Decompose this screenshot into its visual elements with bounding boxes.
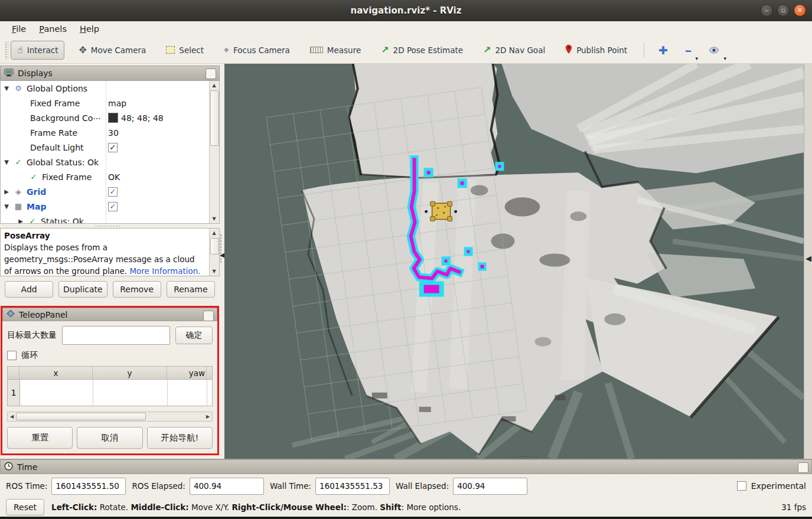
start-navigation-button[interactable]: 开始导航! xyxy=(147,427,213,449)
add-tool-button[interactable]: ✚ xyxy=(653,41,674,59)
minimize-button[interactable]: ‒ xyxy=(761,4,773,17)
table-row[interactable]: 1 xyxy=(8,380,212,406)
table-cell[interactable] xyxy=(20,380,93,406)
main-splitter[interactable]: ◀ xyxy=(220,64,224,459)
column-header-x[interactable]: x xyxy=(19,367,93,379)
duplicate-button[interactable]: Duplicate xyxy=(58,281,107,298)
waypoint-table[interactable]: xyyaw 1 xyxy=(7,366,213,406)
tree-row-map[interactable]: ▼▦Map✓ xyxy=(1,199,210,214)
panel-float-button[interactable] xyxy=(203,311,214,321)
tool-label: Move Camera xyxy=(91,45,146,55)
row-value[interactable]: 48; 48; 48 xyxy=(121,113,164,123)
map-pin-icon xyxy=(565,44,572,56)
column-header-y[interactable]: y xyxy=(93,367,167,379)
tree-row-global-status-ok[interactable]: ▼✓Global Status: Ok xyxy=(1,155,210,169)
tool-move-camera[interactable]: ✥Move Camera xyxy=(73,41,152,59)
expander-icon[interactable]: ▼ xyxy=(3,85,10,92)
expander-icon[interactable]: ▶ xyxy=(17,218,24,223)
row-value[interactable]: OK xyxy=(108,172,120,182)
tool-interact[interactable]: ☝Interact xyxy=(11,41,64,60)
panel-float-button[interactable] xyxy=(206,68,216,79)
remove-tool-button[interactable]: ━ ▾ xyxy=(680,41,697,59)
color-swatch[interactable] xyxy=(108,113,118,123)
tool-focus-camera[interactable]: ⌖Focus Camera xyxy=(218,41,296,59)
rename-button[interactable]: Rename xyxy=(167,281,215,298)
panel-splitter[interactable] xyxy=(0,224,220,228)
row-value[interactable]: 30 xyxy=(108,128,119,138)
time-field-wall-time-: Wall Time:1601435551.53 xyxy=(270,478,390,495)
close-button[interactable]: ✕ xyxy=(794,4,806,17)
menu-item-panels[interactable]: Panels xyxy=(33,22,73,35)
experimental-checkbox[interactable] xyxy=(737,481,746,491)
displays-scrollbar[interactable]: ▲ ▼ xyxy=(209,81,219,223)
table-horizontal-scrollbar[interactable]: ◀ ▶ xyxy=(7,412,213,422)
time-panel-header[interactable]: Time xyxy=(0,459,812,474)
reset-button[interactable]: Reset xyxy=(6,499,44,515)
goal-count-label: 目标最大数量 xyxy=(7,330,57,341)
scrollbar-thumb[interactable] xyxy=(210,90,219,146)
scroll-down-icon[interactable]: ▼ xyxy=(210,214,219,223)
tool-properties-button[interactable]: ▾ xyxy=(703,41,725,59)
scroll-down-icon[interactable]: ▼ xyxy=(210,267,219,276)
row-value[interactable]: map xyxy=(108,99,126,108)
tree-row-grid[interactable]: ▶◈Grid✓ xyxy=(1,184,210,199)
panel-float-button[interactable] xyxy=(798,462,808,473)
view-splitter-dots[interactable] xyxy=(514,455,538,458)
tree-row-background-co-[interactable]: Background Co⋯48; 48; 48 xyxy=(1,110,210,125)
field-value[interactable]: 400.94 xyxy=(453,478,527,495)
tree-row-fixed-frame[interactable]: ✓Fixed FrameOK xyxy=(1,169,210,184)
right-panel-collapsed-strip[interactable]: ◀ xyxy=(804,64,812,459)
tree-row-frame-rate[interactable]: Frame Rate30 xyxy=(1,125,210,140)
expander-icon[interactable]: ▼ xyxy=(3,159,10,165)
teleop-panel-header[interactable]: TeleopPanel xyxy=(2,308,217,321)
table-cell[interactable] xyxy=(168,380,207,406)
menu-item-help[interactable]: Help xyxy=(74,22,105,35)
more-information-link[interactable]: More Information. xyxy=(129,266,200,276)
tool-publish-point[interactable]: Publish Point xyxy=(559,40,633,60)
toolbar-drag-handle[interactable] xyxy=(5,41,8,59)
checkbox-checked[interactable]: ✓ xyxy=(108,187,118,197)
window-bottom-edge xyxy=(0,517,812,519)
tool-2d-pose-estimate[interactable]: ↗2D Pose Estimate xyxy=(375,41,469,59)
tool-2d-nav-goal[interactable]: ↗2D Nav Goal xyxy=(477,41,551,59)
tree-row-status-ok[interactable]: ▶✓Status: Ok xyxy=(1,214,210,223)
tree-row-default-light[interactable]: Default Light✓ xyxy=(1,140,210,155)
tool-select[interactable]: Select xyxy=(160,41,210,59)
description-scrollbar[interactable]: ▲ ▼ xyxy=(209,229,219,276)
menu-item-file[interactable]: File xyxy=(6,22,32,35)
loop-checkbox[interactable] xyxy=(7,351,17,360)
scrollbar-thumb[interactable] xyxy=(16,413,146,420)
field-value[interactable]: 400.94 xyxy=(190,478,264,495)
remove-button[interactable]: Remove xyxy=(113,281,161,298)
tool-measure[interactable]: Measure xyxy=(304,41,367,59)
field-value[interactable]: 1601435551.53 xyxy=(315,478,390,495)
scroll-left-icon[interactable]: ◀ xyxy=(8,412,16,421)
expander-icon[interactable]: ▼ xyxy=(3,203,10,210)
checkbox-checked[interactable]: ✓ xyxy=(108,143,118,152)
toolbar-separator xyxy=(644,43,644,58)
confirm-button[interactable]: 确定 xyxy=(175,327,213,344)
expander-icon[interactable]: ▶ xyxy=(3,188,10,195)
row-label: Frame Rate xyxy=(30,128,77,138)
render-viewport[interactable] xyxy=(224,64,804,459)
checkbox-checked[interactable]: ✓ xyxy=(108,202,118,211)
scroll-up-icon[interactable]: ▲ xyxy=(210,229,219,237)
goal-count-input[interactable] xyxy=(62,326,170,345)
maximize-button[interactable]: ▫ xyxy=(777,4,790,17)
tree-row-global-options[interactable]: ▼⚙Global Options xyxy=(1,81,210,96)
eye-icon xyxy=(709,44,719,57)
title-bar[interactable]: navigation.rviz* - RViz ‒ ▫ ✕ xyxy=(0,0,812,21)
scroll-up-icon[interactable]: ▲ xyxy=(210,81,219,90)
table-cell[interactable] xyxy=(93,380,168,406)
add-button[interactable]: Add xyxy=(5,281,53,298)
column-header-yaw[interactable]: yaw xyxy=(167,367,207,379)
reset-goals-button[interactable]: 重置 xyxy=(7,427,73,449)
scroll-right-icon[interactable]: ▶ xyxy=(204,412,212,421)
field-value[interactable]: 1601435551.50 xyxy=(51,478,126,495)
focus-crosshair-icon: ⌖ xyxy=(224,45,229,55)
cancel-button[interactable]: 取消 xyxy=(77,427,142,449)
collapse-right-icon[interactable]: ◀ xyxy=(806,254,811,263)
displays-panel-header[interactable]: Displays xyxy=(0,66,220,81)
scrollbar-thumb[interactable] xyxy=(210,238,219,254)
tree-row-fixed-frame[interactable]: Fixed Framemap xyxy=(1,96,210,110)
